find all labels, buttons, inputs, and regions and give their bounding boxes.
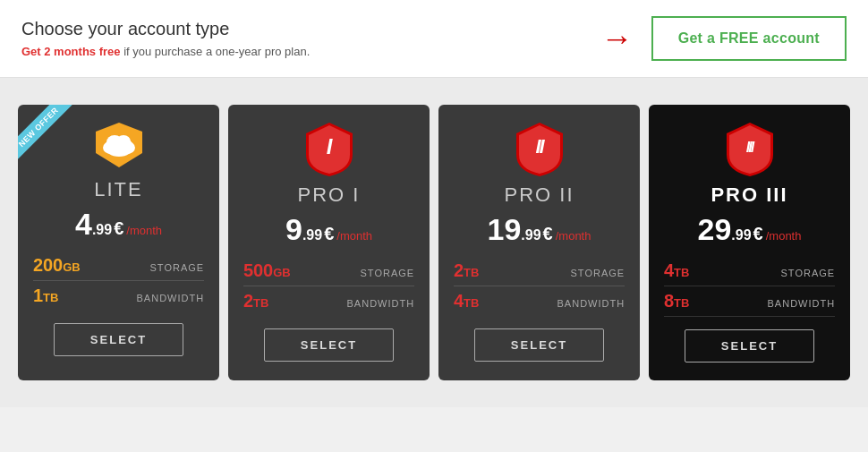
svg-point-5 bbox=[116, 135, 131, 148]
select-button-pro1[interactable]: SELECT bbox=[264, 328, 394, 362]
plans-section: NEW OFFER LITE 4 .99 € /mont bbox=[0, 78, 868, 407]
bandwidth-val-pro3: 8TB bbox=[664, 291, 689, 311]
price-lite: 4 .99 € /month bbox=[75, 207, 162, 242]
price-main-pro2: 19 bbox=[488, 212, 522, 247]
bandwidth-label-pro2: BANDWIDTH bbox=[557, 298, 625, 309]
shield-numeral-pro2: II bbox=[535, 135, 542, 158]
price-main-pro1: 9 bbox=[285, 212, 302, 247]
storage-val-pro1: 500GB bbox=[243, 260, 291, 281]
plan-card-pro3: III PRO III 29 .99 € /month 4TB STORAGE bbox=[649, 105, 850, 380]
price-euro-pro3: € bbox=[753, 224, 763, 244]
bandwidth-row-pro1: 2TB BANDWIDTH bbox=[243, 286, 414, 316]
select-button-pro3[interactable]: SELECT bbox=[685, 329, 814, 362]
price-decimal-lite: .99 bbox=[92, 222, 112, 238]
shield-icon-pro1: I bbox=[302, 121, 356, 175]
cloud-icon bbox=[90, 121, 148, 169]
bandwidth-row-lite: 1TB BANDWIDTH bbox=[33, 281, 204, 311]
specs-lite: 200GB STORAGE 1TB BANDWIDTH bbox=[33, 251, 204, 311]
header: Choose your account type Get 2 months fr… bbox=[0, 0, 868, 78]
bandwidth-row-pro2: 4TB BANDWIDTH bbox=[454, 286, 625, 316]
price-main-lite: 4 bbox=[75, 207, 92, 242]
bandwidth-label-pro1: BANDWIDTH bbox=[347, 298, 415, 309]
ribbon-label: NEW OFFER bbox=[18, 105, 72, 161]
plan-name-pro3: PRO III bbox=[711, 183, 787, 207]
storage-label-pro3: STORAGE bbox=[781, 268, 836, 278]
header-right: → Get a FREE account bbox=[601, 16, 847, 61]
bandwidth-label-lite: BANDWIDTH bbox=[137, 293, 205, 303]
shield-icon-pro2: II bbox=[513, 121, 566, 175]
specs-pro3: 4TB STORAGE 8TB BANDWIDTH bbox=[664, 256, 835, 317]
header-left: Choose your account type Get 2 months fr… bbox=[21, 19, 310, 58]
price-unit-lite: /month bbox=[126, 224, 162, 237]
shield-icon-pro3: III bbox=[723, 121, 777, 175]
specs-pro1: 500GB STORAGE 2TB BANDWIDTH bbox=[243, 256, 414, 316]
storage-label-pro2: STORAGE bbox=[571, 268, 625, 278]
shield-numeral-pro1: I bbox=[327, 134, 332, 159]
select-button-lite[interactable]: SELECT bbox=[54, 323, 183, 356]
pro2-icon-area: II bbox=[513, 121, 566, 175]
plan-name-pro1: PRO I bbox=[298, 183, 361, 207]
bandwidth-val-pro2: 4TB bbox=[454, 291, 479, 311]
storage-row-pro1: 500GB STORAGE bbox=[243, 256, 414, 286]
pro3-icon-area: III bbox=[723, 121, 777, 175]
storage-label-pro1: STORAGE bbox=[361, 268, 415, 278]
arrow-icon: → bbox=[601, 22, 634, 55]
price-pro3: 29 .99 € /month bbox=[698, 212, 802, 247]
plan-card-pro2: II PRO II 19 .99 € /month 2TB STORAGE bbox=[438, 105, 640, 380]
storage-row-pro2: 2TB STORAGE bbox=[454, 256, 625, 286]
price-unit-pro3: /month bbox=[766, 229, 802, 243]
price-euro-pro2: € bbox=[543, 224, 553, 244]
storage-row-lite: 200GB STORAGE bbox=[33, 251, 204, 281]
plan-name-pro2: PRO II bbox=[504, 183, 574, 207]
price-decimal-pro3: .99 bbox=[731, 227, 751, 243]
new-offer-ribbon: NEW OFFER bbox=[18, 105, 89, 176]
bandwidth-val-pro1: 2TB bbox=[243, 291, 268, 311]
bandwidth-label-pro3: BANDWIDTH bbox=[768, 298, 836, 309]
free-account-button[interactable]: Get a FREE account bbox=[651, 16, 847, 61]
lite-icon-area bbox=[90, 121, 148, 169]
specs-pro2: 2TB STORAGE 4TB BANDWIDTH bbox=[454, 256, 625, 316]
page-title: Choose your account type bbox=[21, 19, 310, 39]
bandwidth-val-lite: 1TB bbox=[33, 286, 58, 306]
plan-name-lite: LITE bbox=[94, 178, 142, 201]
plan-card-lite: NEW OFFER LITE 4 .99 € /mont bbox=[18, 105, 219, 380]
price-unit-pro2: /month bbox=[556, 229, 591, 243]
plans-grid: NEW OFFER LITE 4 .99 € /mont bbox=[18, 105, 850, 380]
plan-card-pro1: I PRO I 9 .99 € /month 500GB STORAGE bbox=[228, 105, 430, 380]
price-unit-pro1: /month bbox=[336, 229, 372, 243]
storage-row-pro3: 4TB STORAGE bbox=[664, 256, 835, 286]
promo-text: Get 2 months free if you purchase a one-… bbox=[21, 45, 310, 58]
bandwidth-row-pro3: 8TB BANDWIDTH bbox=[664, 286, 835, 317]
price-euro-pro1: € bbox=[324, 224, 334, 244]
shield-numeral-pro3: III bbox=[746, 140, 753, 156]
storage-val-pro2: 2TB bbox=[454, 260, 479, 281]
price-pro2: 19 .99 € /month bbox=[488, 212, 591, 247]
storage-val-pro3: 4TB bbox=[664, 260, 689, 281]
price-decimal-pro1: .99 bbox=[302, 227, 322, 243]
pro1-icon-area: I bbox=[302, 121, 356, 175]
price-pro1: 9 .99 € /month bbox=[285, 212, 372, 247]
price-euro-lite: € bbox=[114, 218, 123, 239]
storage-val-lite: 200GB bbox=[33, 255, 81, 276]
storage-label-lite: STORAGE bbox=[150, 262, 205, 273]
price-decimal-pro2: .99 bbox=[521, 227, 540, 243]
promo-link[interactable]: Get 2 months free bbox=[21, 45, 121, 58]
price-main-pro3: 29 bbox=[698, 212, 732, 247]
select-button-pro2[interactable]: SELECT bbox=[474, 328, 604, 362]
